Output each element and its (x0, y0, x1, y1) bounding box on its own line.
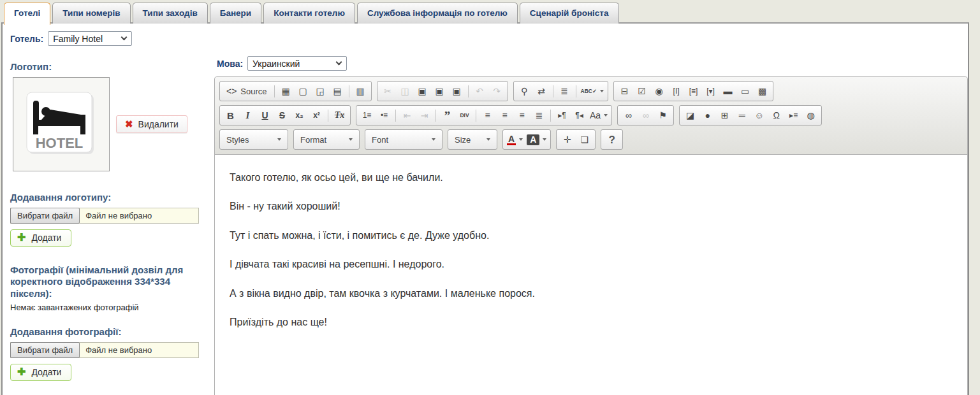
bold-button[interactable]: B (222, 107, 239, 124)
italic-button[interactable]: I (239, 107, 256, 124)
strikethrough-button[interactable]: S (274, 107, 291, 124)
anchor-button[interactable]: ⚑ (654, 107, 671, 124)
hotel-logo-image: HOTEL (22, 89, 100, 159)
image-button[interactable]: ◪ (682, 107, 699, 124)
remove-format-icon: Tx (335, 111, 345, 120)
superscript-icon: x² (313, 111, 320, 119)
maximize-icon: ✛ (564, 135, 571, 144)
tab-2[interactable]: Типи номерів (52, 3, 130, 24)
text-color-button[interactable]: A (505, 131, 525, 148)
numbered-list-button[interactable]: 1≡ (358, 107, 376, 124)
underline-button[interactable]: U (256, 107, 274, 124)
svg-text:HOTEL: HOTEL (36, 135, 84, 151)
bullet-list-button[interactable]: •≡ (376, 107, 393, 124)
align-left-button[interactable]: ≡ (479, 107, 496, 124)
show-blocks-button[interactable]: ❏ (576, 131, 593, 148)
tab-4[interactable]: Банери (210, 3, 261, 24)
toolbar-separator (328, 110, 328, 122)
add-logo-button[interactable]: ✚ Додати (10, 229, 71, 247)
font-combo[interactable]: Font (367, 131, 440, 148)
special-character-button[interactable]: Ω (768, 107, 785, 124)
form-button[interactable]: ⊟ (616, 83, 633, 99)
paste-text-button[interactable]: ▣ (431, 83, 448, 99)
save-button[interactable]: ▦ (277, 83, 295, 99)
format-combo[interactable]: Format (296, 131, 357, 148)
div-container-button[interactable]: DIV (456, 107, 473, 124)
background-color-button[interactable]: A (525, 131, 548, 148)
language-select[interactable]: Украинский (247, 56, 347, 71)
hidden-field-button[interactable]: ▩ (754, 83, 771, 99)
toolbar-group: AA (502, 129, 551, 150)
align-center-button[interactable]: ≡ (496, 107, 513, 124)
logo-file-input[interactable]: Вибрати файл Файл не вибрано (10, 208, 199, 224)
add-photo-button[interactable]: ✚ Додати (10, 364, 71, 381)
styles-combo[interactable]: Styles (222, 131, 286, 148)
indent-icon: ⇥ (421, 111, 428, 120)
photo-choose-file-button[interactable]: Вибрати файл (10, 342, 80, 358)
select-field-button[interactable]: [▾] (702, 83, 719, 99)
replace-button[interactable]: ⇄ (533, 83, 550, 99)
align-justify-button[interactable]: ≣ (530, 107, 548, 124)
new-page-button[interactable]: ▢ (295, 83, 312, 99)
remove-format-button[interactable]: Tx (331, 107, 348, 124)
unlink-icon: ∞ (643, 111, 649, 120)
tab-6[interactable]: Службова інформація по готелю (357, 3, 518, 24)
blockquote-icon: ” (444, 110, 451, 122)
table-button[interactable]: ⊞ (716, 107, 733, 124)
page-break-button[interactable]: ▸≡ (785, 107, 802, 124)
text-field-button[interactable]: [I] (668, 83, 685, 99)
chevron-down-icon (121, 34, 128, 41)
find-button[interactable]: ⚲ (516, 83, 533, 99)
tab-7[interactable]: Сценарій броніста (520, 3, 619, 24)
div-container-icon: DIV (460, 113, 469, 118)
photo-file-input[interactable]: Вибрати файл Файл не вибрано (10, 342, 199, 358)
tab-5[interactable]: Контакти готелю (263, 3, 355, 24)
align-right-button[interactable]: ≡ (513, 107, 530, 124)
bidi-rtl-button[interactable]: ¶◂ (571, 107, 588, 124)
editor-toolbar: <>Source▦▢◲▤▥✂◫▣▣▣↶↷⚲⇄≣ABC✓⊟☑◉[I][≡][▾]▬… (215, 77, 967, 155)
caret-down-icon (277, 138, 281, 141)
language-button[interactable]: Aa (588, 107, 610, 124)
link-button[interactable]: ∞ (620, 107, 637, 124)
editor-body[interactable]: Такого готелю, як осьо цей, ви ще не бач… (215, 155, 967, 384)
paste-from-word-button[interactable]: ▣ (448, 83, 465, 99)
radio-button[interactable]: ◉ (650, 83, 668, 99)
caret-down-icon (432, 138, 435, 141)
toolbar-group: ✂◫▣▣▣↶↷ (377, 81, 508, 101)
toolbar-separator (550, 110, 551, 122)
maximize-button[interactable]: ✛ (559, 131, 576, 148)
select-all-button[interactable]: ≣ (556, 83, 573, 99)
button-button[interactable]: ▬ (719, 83, 736, 99)
superscript-button[interactable]: x² (308, 107, 325, 124)
iframe-button[interactable]: ◍ (802, 107, 819, 124)
subscript-button[interactable]: x₂ (291, 107, 308, 124)
smiley-button[interactable]: ☺ (750, 107, 768, 124)
delete-logo-button[interactable]: ✖ Видалити (116, 115, 187, 133)
select-all-icon: ≣ (560, 87, 568, 96)
source-button[interactable]: <>Source (222, 83, 272, 99)
blockquote-button[interactable]: ” (439, 107, 456, 124)
image-button-button[interactable]: ▭ (736, 83, 754, 99)
tab-1-active[interactable]: Готелі (4, 3, 50, 25)
bidi-ltr-button[interactable]: ▸¶ (553, 107, 571, 124)
size-combo[interactable]: Size (450, 131, 495, 148)
checkbox-button[interactable]: ☑ (633, 83, 650, 99)
preview-button[interactable]: ◲ (312, 83, 329, 99)
numbered-list-icon: 1≡ (363, 111, 372, 119)
tab-3[interactable]: Типи заходів (133, 3, 208, 24)
templates-button[interactable]: ▥ (352, 83, 369, 99)
show-blocks-icon: ❏ (580, 135, 589, 144)
editor-paragraph: А з вікна видно двір, там квочка з курча… (230, 288, 954, 299)
textarea-button[interactable]: [≡] (685, 83, 702, 99)
toolbar-group: ? (601, 129, 623, 150)
language-select-label: Мова: (217, 59, 243, 69)
about-button[interactable]: ? (603, 131, 620, 148)
templates-icon: ▥ (356, 87, 364, 96)
logo-choose-file-button[interactable]: Вибрати файл (10, 208, 80, 224)
print-button[interactable]: ▤ (329, 83, 346, 99)
spell-check-button[interactable]: ABC✓ (579, 83, 606, 99)
horizontal-rule-button[interactable]: ═ (733, 107, 750, 124)
flash-button[interactable]: ● (699, 107, 716, 124)
hotel-select[interactable]: Family Hotel (48, 31, 132, 46)
paste-button[interactable]: ▣ (414, 83, 431, 99)
